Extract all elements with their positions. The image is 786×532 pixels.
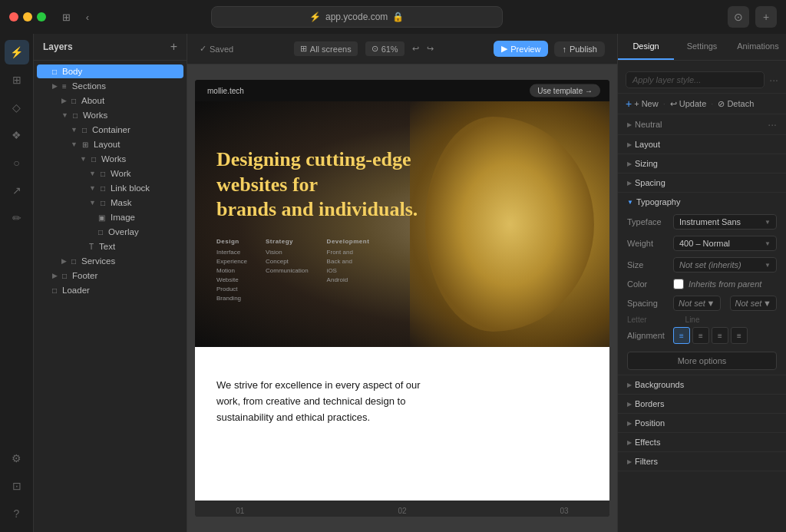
all-screens-chip[interactable]: ⊞ All screens <box>294 41 358 56</box>
section-effects-header[interactable]: ▶ Effects <box>618 433 786 451</box>
back-icon[interactable]: ‹ <box>80 9 95 25</box>
sidebar-icon-pencil[interactable]: ✏ <box>5 206 29 230</box>
sidebar-icon-interactions[interactable]: ↗ <box>5 178 29 203</box>
more-options-button[interactable]: More options <box>627 352 777 370</box>
section-backgrounds-header[interactable]: ▶ Backgrounds <box>618 375 786 394</box>
layer-label-sections: Sections <box>72 81 106 91</box>
layer-item-loader[interactable]: □ Loader <box>37 283 183 297</box>
tab-animations[interactable]: Animations <box>730 34 786 60</box>
titlebar-add-btn[interactable]: + <box>755 6 777 28</box>
more-options-icon[interactable]: ··· <box>769 74 778 86</box>
undo-icon[interactable]: ↩ <box>412 44 419 54</box>
layer-item-container[interactable]: ▼ □ Container <box>37 123 183 137</box>
layer-item-image[interactable]: ▣ Image <box>37 210 183 224</box>
image-icon: ▣ <box>98 213 105 222</box>
zoom-chip[interactable]: ⊙ 61% <box>365 41 405 56</box>
sidebar-icon-grid[interactable]: ⊡ <box>5 474 29 498</box>
canvas-viewport[interactable]: mollie.tech Use template → Designing cut… <box>187 64 617 532</box>
sidebar-icon-components[interactable]: ❖ <box>5 123 29 147</box>
typeface-row: Typeface Instrument Sans ▼ <box>618 211 786 233</box>
neutral-row[interactable]: ▶ Neutral ··· <box>618 114 786 135</box>
update-button[interactable]: ↩ Update <box>670 99 707 109</box>
layer-label-body: Body <box>62 67 82 76</box>
chevron-icon: ▼ <box>71 126 78 134</box>
sidebar-icon-settings[interactable]: ⚙ <box>5 446 29 471</box>
use-template-button[interactable]: Use template → <box>530 84 600 97</box>
works1-icon: □ <box>73 111 78 120</box>
layer-item-sections[interactable]: ▶ ≡ Sections <box>37 79 183 93</box>
layer-item-works-2[interactable]: ▼ □ Works <box>37 152 183 166</box>
align-justify-button[interactable]: ≡ <box>731 327 748 344</box>
layer-item-body[interactable]: □ Body <box>37 64 183 78</box>
layer-item-work[interactable]: ▼ □ Work <box>37 167 183 180</box>
section-layout-header[interactable]: ▶ Layout <box>618 135 786 154</box>
weight-label: Weight <box>627 239 667 248</box>
spacing-row: Spacing Not set ▼ Not set ▼ <box>618 292 786 314</box>
section-typography-header[interactable]: ▼ Typography <box>618 193 786 211</box>
sidebar-icon-help[interactable]: ? <box>5 501 29 526</box>
lock-icon: 🔒 <box>392 12 404 22</box>
canvas-area: ✓ Saved ⊞ All screens ⊙ 61% ↩ ↪ ▶ <box>187 34 617 532</box>
preview-button[interactable]: ▶ Preview <box>494 41 548 57</box>
spacing-label: Spacing <box>627 299 667 308</box>
section-backgrounds: ▶ Backgrounds <box>618 375 786 395</box>
filters-title-text: Filters <box>635 457 658 466</box>
typeface-selector[interactable]: Instrument Sans ▼ <box>673 214 777 230</box>
layer-item-layout[interactable]: ▼ ⊞ Layout <box>37 137 183 151</box>
maximize-button[interactable] <box>37 12 46 21</box>
align-left-button[interactable]: ≡ <box>673 327 690 344</box>
align-right-button[interactable]: ≡ <box>712 327 728 344</box>
minimize-button[interactable] <box>23 12 32 21</box>
layer-item-works-1[interactable]: ▼ □ Works <box>37 108 183 122</box>
close-button[interactable] <box>9 12 18 21</box>
saved-indicator: ✓ Saved <box>200 44 233 54</box>
weight-selector[interactable]: 400 – Normal ▼ <box>673 236 777 251</box>
section-layout-title: ▶ Layout <box>627 140 660 149</box>
publish-button[interactable]: ↑ Publish <box>554 41 605 57</box>
apply-style-input[interactable]: Apply layer style... <box>626 71 765 88</box>
sidebar-icon-global[interactable]: ○ <box>5 150 29 175</box>
letter-spacing-input[interactable]: Not set ▼ <box>673 296 721 311</box>
titlebar-action-btn[interactable]: ⊙ <box>728 6 749 28</box>
tab-settings[interactable]: Settings <box>674 34 730 60</box>
layers-add-button[interactable]: + <box>170 40 177 54</box>
filters-chevron-icon: ▶ <box>627 458 632 465</box>
new-button[interactable]: + + New <box>626 97 659 110</box>
favicon-icon: ⚡ <box>309 12 321 22</box>
screens-icon: ⊞ <box>300 44 307 54</box>
size-row: Size Not set (inherits) ▼ <box>618 254 786 276</box>
strategy-item-communication: Communication <box>266 266 309 276</box>
layer-item-services[interactable]: ▶ □ Services <box>37 254 183 268</box>
main-layout: ⚡ ⊞ ◇ ❖ ○ ↗ ✏ ⚙ ⊡ ? Layers + □ Body ▶ ≡ … <box>0 34 786 532</box>
dev-item-ios: iOS <box>327 266 370 276</box>
section-filters-title: ▶ Filters <box>627 457 658 466</box>
layer-item-footer[interactable]: ▶ □ Footer <box>37 269 183 283</box>
layer-label-container: Container <box>92 125 130 134</box>
layer-item-link-block[interactable]: ▼ □ Link block <box>37 181 183 195</box>
section-borders-header[interactable]: ▶ Borders <box>618 395 786 413</box>
redo-icon[interactable]: ↪ <box>427 44 434 54</box>
update-label: ↩ Update <box>670 99 707 109</box>
size-input[interactable]: Not set (inherits) ▼ <box>673 257 777 273</box>
url-bar[interactable]: ⚡ app.ycode.com 🔒 <box>211 6 503 28</box>
layer-item-text[interactable]: T Text <box>37 240 183 253</box>
layer-item-overlay[interactable]: □ Overlay <box>37 225 183 239</box>
align-center-button[interactable]: ≡ <box>692 327 709 344</box>
sidebar-icon-pages[interactable]: ⊞ <box>5 68 29 92</box>
typeface-arrow-icon: ▼ <box>765 219 771 226</box>
line-spacing-input[interactable]: Not set ▼ <box>730 296 778 311</box>
section-position-header[interactable]: ▶ Position <box>618 414 786 432</box>
layer-item-about[interactable]: ▶ □ About <box>37 94 183 107</box>
section-spacing-header[interactable]: ▶ Spacing <box>618 173 786 192</box>
chevron-icon: ▼ <box>89 170 96 177</box>
layer-item-mask[interactable]: ▼ □ Mask <box>37 196 183 210</box>
sidebar-icon-assets[interactable]: ◇ <box>5 95 29 120</box>
section-sizing-header[interactable]: ▶ Sizing <box>618 154 786 173</box>
sidebar-toggle-icon[interactable]: ⊞ <box>58 9 74 25</box>
sidebar-icon-layers[interactable]: ⚡ <box>5 40 29 64</box>
layer-label-image: Image <box>111 213 135 222</box>
color-swatch[interactable] <box>673 279 684 289</box>
tab-design[interactable]: Design <box>618 34 674 60</box>
section-filters-header[interactable]: ▶ Filters <box>618 452 786 471</box>
detach-button[interactable]: ⊘ Detach <box>718 99 754 109</box>
